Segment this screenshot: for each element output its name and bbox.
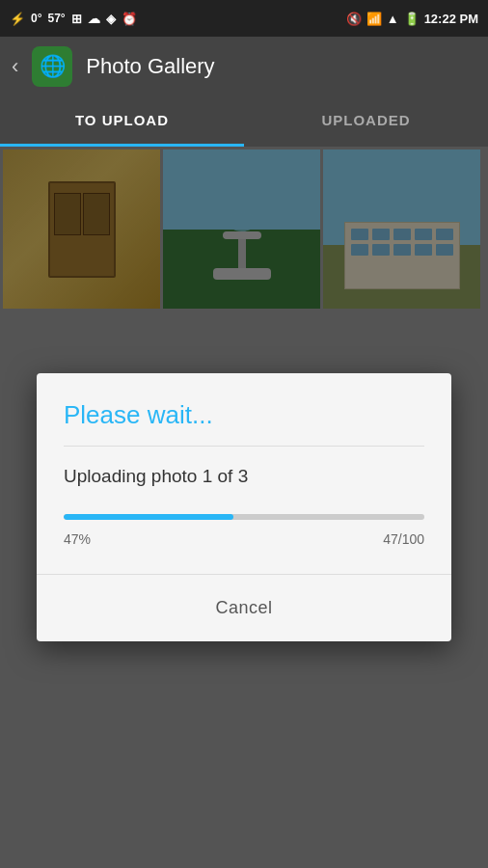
status-right: 🔇 📶 ▲ 🔋 12:22 PM bbox=[346, 12, 478, 26]
progress-bar-container bbox=[64, 514, 424, 520]
wifi-icon: 📶 bbox=[366, 12, 382, 26]
grid-icon: ⊞ bbox=[71, 12, 82, 26]
usb-icon: ⚡ bbox=[10, 12, 25, 26]
dialog-title: Please wait... bbox=[64, 400, 424, 447]
dropbox-icon: ◈ bbox=[106, 12, 116, 26]
progress-bar-fill bbox=[64, 514, 233, 520]
progress-labels: 47% 47/100 bbox=[64, 531, 424, 547]
page-title: Photo Gallery bbox=[86, 54, 214, 79]
tab-uploaded[interactable]: UPLOADED bbox=[244, 96, 488, 147]
signal-icon: ▲ bbox=[387, 12, 399, 26]
cancel-button[interactable]: Cancel bbox=[176, 590, 311, 626]
tab-bar: TO UPLOAD UPLOADED bbox=[0, 96, 488, 147]
progress-total: 47/100 bbox=[383, 531, 424, 547]
upload-dialog: Please wait... Uploading photo 1 of 3 47… bbox=[37, 373, 451, 641]
alarm-icon: ⏰ bbox=[122, 12, 137, 26]
cloud-icon: ☁ bbox=[88, 12, 100, 26]
progress-percent: 47% bbox=[64, 531, 91, 547]
status-bar: ⚡ 0° 57° ⊞ ☁ ◈ ⏰ 🔇 📶 ▲ 🔋 12:22 PM bbox=[0, 0, 488, 37]
toolbar: ‹ 🌐 Photo Gallery bbox=[0, 37, 488, 96]
temp2-display: 57° bbox=[47, 12, 65, 25]
modal-overlay: Please wait... Uploading photo 1 of 3 47… bbox=[0, 147, 488, 868]
back-button[interactable]: ‹ bbox=[12, 54, 18, 79]
gallery-area: Please wait... Uploading photo 1 of 3 47… bbox=[0, 147, 488, 868]
time-display: 12:22 PM bbox=[424, 12, 478, 26]
tab-to-upload[interactable]: TO UPLOAD bbox=[0, 96, 244, 147]
battery-icon: 🔋 bbox=[404, 12, 420, 26]
dialog-message: Uploading photo 1 of 3 bbox=[64, 466, 424, 487]
dialog-body: Please wait... Uploading photo 1 of 3 47… bbox=[37, 373, 451, 547]
mute-icon: 🔇 bbox=[346, 12, 362, 26]
status-left: ⚡ 0° 57° ⊞ ☁ ◈ ⏰ bbox=[10, 12, 137, 26]
dialog-actions: Cancel bbox=[37, 575, 451, 641]
globe-icon: 🌐 bbox=[40, 54, 66, 79]
temp-display: 0° bbox=[31, 12, 41, 25]
app-icon: 🌐 bbox=[32, 46, 72, 87]
